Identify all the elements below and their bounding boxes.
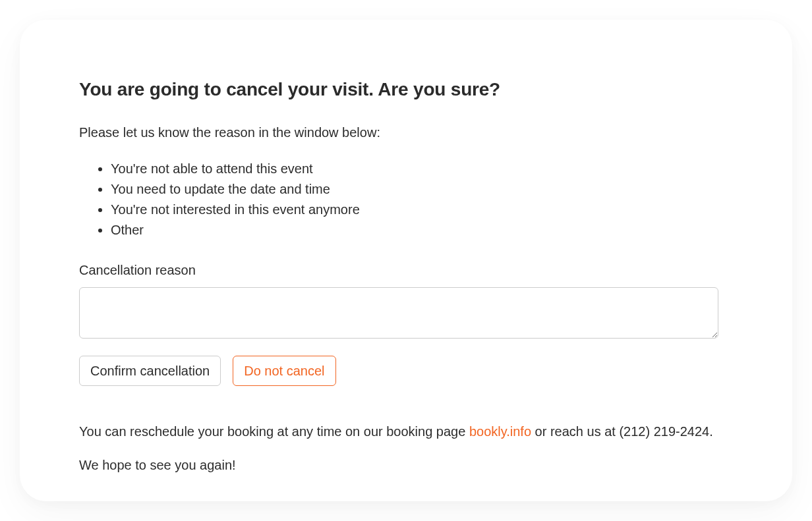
list-item: Other [111, 220, 733, 240]
cancel-visit-card: You are going to cancel your visit. Are … [20, 20, 792, 501]
intro-text: Please let us know the reason in the win… [79, 125, 733, 140]
do-not-cancel-button[interactable]: Do not cancel [233, 356, 335, 386]
booking-page-link[interactable]: bookly.info [469, 424, 531, 439]
page-title: You are going to cancel your visit. Are … [79, 79, 733, 100]
button-row: Confirm cancellation Do not cancel [79, 356, 733, 386]
reason-list: You're not able to attend this event You… [79, 159, 733, 240]
confirm-cancellation-button[interactable]: Confirm cancellation [79, 356, 221, 386]
reschedule-note: You can reschedule your booking at any t… [79, 424, 733, 439]
list-item: You need to update the date and time [111, 179, 733, 200]
cancellation-reason-input[interactable] [79, 287, 718, 339]
reschedule-prefix: You can reschedule your booking at any t… [79, 424, 469, 439]
list-item: You're not able to attend this event [111, 159, 733, 179]
closing-text: We hope to see you again! [79, 458, 733, 473]
reschedule-suffix: or reach us at (212) 219-2424. [531, 424, 713, 439]
cancellation-reason-label: Cancellation reason [79, 263, 733, 278]
list-item: You're not interested in this event anym… [111, 200, 733, 220]
